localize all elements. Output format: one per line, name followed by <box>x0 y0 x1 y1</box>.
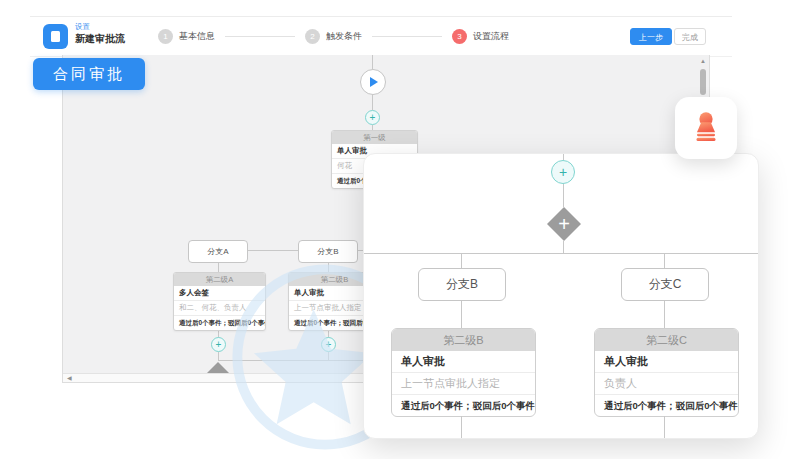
step-1-circle: 1 <box>158 29 173 44</box>
connector-line <box>664 253 665 268</box>
step-2-label: 触发条件 <box>326 30 362 43</box>
step-3-label: 设置流程 <box>473 30 509 43</box>
step-basic-info[interactable]: 1 基本信息 <box>158 29 215 44</box>
add-node-button[interactable]: + <box>321 337 336 352</box>
document-icon <box>51 31 60 42</box>
step-set-process[interactable]: 3 设置流程 <box>452 29 509 44</box>
app-title: 新建审批流 <box>75 34 125 44</box>
branch-b-node[interactable]: 分支B <box>298 240 358 263</box>
connector-line <box>372 55 373 69</box>
step-2-circle: 2 <box>305 29 320 44</box>
card-events: 通过后0个事件；驳回后0个事件 <box>595 394 738 416</box>
stamp-card <box>675 97 737 159</box>
card-approval-type: 单人审批 <box>392 351 535 372</box>
branch-c-node[interactable]: 分支C <box>621 268 709 301</box>
connector-line <box>364 253 758 254</box>
zoom-detail-panel: + + 分支B 分支C 第二级B 单人审批 上一节点审批人指定 通过后0个事件；… <box>363 153 759 439</box>
connector-line <box>563 241 564 253</box>
connector-line <box>664 301 665 328</box>
add-node-button[interactable]: + <box>551 160 575 184</box>
card-assignee: 负责人 <box>595 372 738 394</box>
add-node-button[interactable]: + <box>211 337 226 352</box>
level2b-approval-card[interactable]: 第二级B 单人审批 上一节点审批人指定 通过后0个事件；驳回后0个事件 <box>391 328 536 417</box>
app-heading: 设置 新建审批流 <box>75 23 125 44</box>
card-title: 第二级A <box>174 273 265 286</box>
connector-line <box>461 416 462 438</box>
top-bar: 设置 新建审批流 1 基本信息 2 触发条件 3 设置流程 上一步 完成 <box>30 16 732 57</box>
step-1-label: 基本信息 <box>179 30 215 43</box>
finish-button[interactable]: 完成 <box>674 28 706 45</box>
connector-line <box>461 253 462 268</box>
branch-b-node[interactable]: 分支B <box>418 268 506 301</box>
connector-line <box>563 184 564 207</box>
app-icon-badge <box>43 24 68 49</box>
page: 设置 新建审批流 1 基本信息 2 触发条件 3 设置流程 上一步 完成 <box>0 0 792 459</box>
app-category: 设置 <box>75 23 125 31</box>
add-node-button[interactable]: + <box>365 110 380 125</box>
vertical-scrollbar[interactable]: ▲ <box>698 57 708 95</box>
branch-a-node[interactable]: 分支A <box>188 240 248 263</box>
scrollbar-thumb[interactable] <box>700 69 706 95</box>
plus-icon: + <box>558 214 570 234</box>
connector-line <box>461 301 462 328</box>
connector-line <box>218 263 219 272</box>
card-title: 第一级 <box>332 131 417 144</box>
start-node[interactable] <box>360 69 386 95</box>
scroll-up-arrow[interactable]: ▲ <box>698 57 708 65</box>
level2c-approval-card[interactable]: 第二级C 单人审批 负责人 通过后0个事件；驳回后0个事件 <box>594 328 739 417</box>
flow-name-badge: 合同审批 <box>33 58 145 90</box>
card-assignee: 上一节点审批人指定 <box>392 372 535 394</box>
connector-line <box>664 416 665 438</box>
card-approval-type: 多人会签 <box>174 286 265 300</box>
scroll-left-arrow[interactable]: ◀ <box>67 374 72 382</box>
card-title: 第二级B <box>392 329 535 351</box>
card-title: 第二级C <box>595 329 738 351</box>
card-events: 通过后0个事件；驳回后0个事件 <box>392 394 535 416</box>
stamp-icon <box>687 109 725 147</box>
connector-line <box>218 352 219 360</box>
step-connector <box>372 36 442 37</box>
connector-line <box>328 263 329 272</box>
wizard-stepper: 1 基本信息 2 触发条件 3 设置流程 <box>158 17 509 56</box>
add-branch-button[interactable]: + <box>547 207 581 241</box>
prev-step-button[interactable]: 上一步 <box>630 28 672 45</box>
end-node-triangle <box>207 362 229 373</box>
step-3-circle: 3 <box>452 29 467 44</box>
step-trigger-condition[interactable]: 2 触发条件 <box>305 29 362 44</box>
step-connector <box>225 36 295 37</box>
connector-line <box>328 352 329 360</box>
card-assignee: 和二、何花、负责人 <box>174 300 265 315</box>
card-approval-type: 单人审批 <box>595 351 738 372</box>
connector-line <box>372 95 373 110</box>
card-events: 通过后0个事件；驳回后0个事件 <box>174 315 265 330</box>
level2a-approval-card[interactable]: 第二级A 多人会签 和二、何花、负责人 通过后0个事件；驳回后0个事件 <box>173 272 266 331</box>
play-icon <box>370 77 378 87</box>
